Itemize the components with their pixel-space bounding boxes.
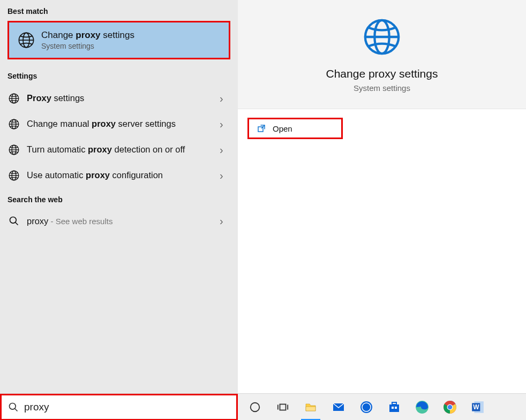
taskbar: W <box>0 393 526 420</box>
search-icon <box>8 402 19 413</box>
group-header-settings: Settings <box>0 65 238 86</box>
taskbar-chrome[interactable] <box>436 394 464 421</box>
search-icon <box>7 215 20 227</box>
svg-rect-33 <box>392 402 396 404</box>
text-part: configuration <box>110 170 163 180</box>
detail-card: Change proxy settings System settings <box>238 0 526 109</box>
svg-rect-34 <box>392 407 394 409</box>
svg-rect-35 <box>395 407 397 409</box>
best-match-result[interactable]: Change proxy settings System settings <box>7 21 230 59</box>
web-result[interactable]: proxy - See web results › <box>0 209 238 233</box>
chevron-right-icon: › <box>220 170 227 182</box>
open-external-icon <box>257 124 266 133</box>
text-part: server settings <box>116 119 176 128</box>
text-sub: - See web results <box>48 217 112 226</box>
detail-actions: Open <box>238 109 526 148</box>
taskbar-dell[interactable] <box>352 394 380 421</box>
group-header-best-match: Best match <box>0 0 238 21</box>
text-part: detection on or off <box>112 144 185 154</box>
text-bold: proxy <box>76 30 100 40</box>
taskbar-search-box[interactable] <box>0 394 238 421</box>
text-part: settings <box>51 93 84 103</box>
best-match-subtitle: System settings <box>41 42 134 50</box>
text-part: proxy <box>27 216 48 226</box>
taskbar-taskview[interactable] <box>269 394 297 421</box>
taskbar-store[interactable] <box>380 394 408 421</box>
text-part: Turn automatic <box>27 144 88 154</box>
taskbar-icons: W <box>238 394 526 421</box>
open-action-label: Open <box>273 124 292 133</box>
svg-point-40 <box>448 404 453 409</box>
search-input[interactable] <box>24 401 230 413</box>
text-part: Change manual <box>27 119 92 128</box>
taskbar-word[interactable]: W <box>464 394 492 421</box>
taskbar-cortana[interactable] <box>241 394 269 421</box>
taskbar-file-explorer[interactable] <box>297 394 325 421</box>
settings-item-auto-detection[interactable]: Turn automatic proxy detection on or off… <box>0 137 238 163</box>
globe-icon <box>7 118 20 131</box>
settings-item-label: Turn automatic proxy detection on or off <box>27 144 220 155</box>
svg-rect-25 <box>280 404 286 410</box>
settings-item-auto-config[interactable]: Use automatic proxy configuration › <box>0 163 238 188</box>
text-part: Change <box>41 30 76 40</box>
globe-icon <box>17 30 36 50</box>
detail-pane: Change proxy settings System settings Op… <box>238 0 526 393</box>
svg-point-22 <box>10 403 16 409</box>
globe-icon <box>7 143 20 156</box>
best-match-title: Change proxy settings <box>41 30 134 41</box>
svg-text:W: W <box>473 403 479 411</box>
settings-item-manual-proxy[interactable]: Change manual proxy server settings › <box>0 111 238 137</box>
detail-subtitle: System settings <box>238 83 526 93</box>
chevron-right-icon: › <box>220 93 227 105</box>
svg-point-15 <box>10 217 17 224</box>
detail-title: Change proxy settings <box>238 67 526 80</box>
text-bold: proxy <box>92 119 116 128</box>
svg-rect-32 <box>389 404 399 412</box>
best-match-text: Change proxy settings System settings <box>41 30 134 50</box>
svg-rect-28 <box>306 407 315 411</box>
globe-icon <box>7 169 20 182</box>
settings-item-label: Use automatic proxy configuration <box>27 170 220 181</box>
chevron-right-icon: › <box>220 215 227 227</box>
chevron-right-icon: › <box>220 144 227 156</box>
settings-item-proxy-settings[interactable]: Proxy settings › <box>0 86 238 111</box>
windows-search-panel: Best match Change proxy settings S <box>0 0 526 420</box>
text-bold: proxy <box>86 170 110 180</box>
text-part: settings <box>101 30 134 40</box>
taskbar-edge[interactable] <box>408 394 436 421</box>
web-result-text: proxy - See web results <box>27 216 220 226</box>
chevron-right-icon: › <box>220 118 227 131</box>
svg-point-24 <box>251 402 260 411</box>
text-bold: proxy <box>88 144 112 154</box>
settings-item-label: Proxy settings <box>27 93 220 104</box>
globe-large-icon <box>360 16 403 58</box>
svg-line-16 <box>16 223 18 225</box>
search-results-pane: Best match Change proxy settings S <box>0 0 238 393</box>
settings-list: Proxy settings › Change manual proxy ser… <box>0 86 238 188</box>
group-header-web: Search the web <box>0 188 238 209</box>
open-action[interactable]: Open <box>247 118 343 139</box>
svg-line-23 <box>15 408 18 411</box>
text-bold: Proxy <box>27 93 51 103</box>
text-part: Use automatic <box>27 170 86 180</box>
globe-icon <box>7 92 20 105</box>
main-area: Best match Change proxy settings S <box>0 0 526 393</box>
taskbar-mail[interactable] <box>325 394 352 421</box>
settings-item-label: Change manual proxy server settings <box>27 118 220 129</box>
